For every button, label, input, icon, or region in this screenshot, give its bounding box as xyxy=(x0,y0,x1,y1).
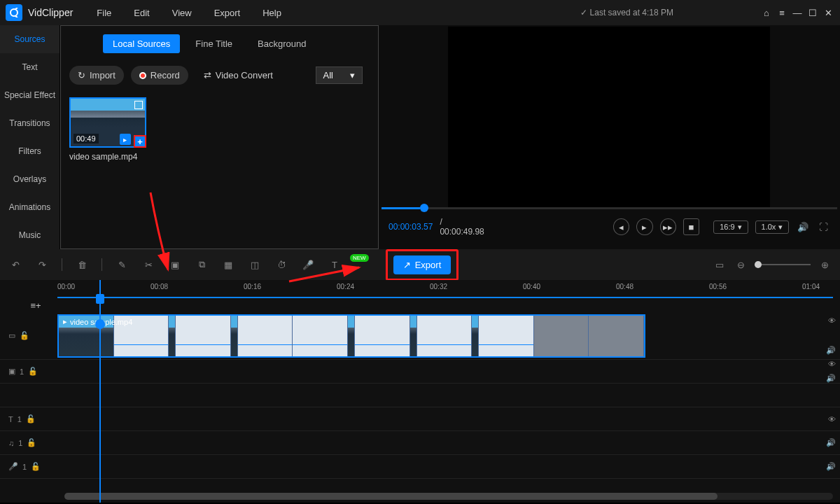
eye-icon[interactable]: 👁 xyxy=(828,415,836,424)
sidebar-item-transitions[interactable]: Transitions xyxy=(0,109,59,137)
playhead[interactable] xyxy=(99,280,101,503)
media-panel: Local Sources Fine Title Background ↻Imp… xyxy=(60,25,379,249)
lock-icon[interactable]: 🔓 xyxy=(31,462,41,471)
time-current: 00:00:03.57 xyxy=(388,222,433,232)
sidebar-item-music[interactable]: Music xyxy=(0,221,59,249)
mosaic-icon[interactable]: ▦ xyxy=(221,258,235,272)
fullscreen-icon[interactable] xyxy=(134,101,143,109)
speed-icon[interactable]: ⏱ xyxy=(274,258,288,272)
ruler-tick: 00:56 xyxy=(709,283,727,290)
lock-icon[interactable]: 🔓 xyxy=(28,367,38,376)
play-button[interactable]: ▸ xyxy=(636,218,652,235)
zoom-out-icon[interactable]: ⊖ xyxy=(734,258,748,272)
add-to-timeline-button[interactable]: + xyxy=(134,135,146,148)
eye-icon[interactable]: 👁 xyxy=(828,316,836,325)
pip-icon: ▣ xyxy=(8,367,15,376)
menu-help[interactable]: Help xyxy=(253,5,291,21)
filter-value: All xyxy=(323,70,333,80)
menu-view[interactable]: View xyxy=(162,5,202,21)
lock-icon[interactable]: 🔓 xyxy=(27,438,36,447)
speaker-icon[interactable]: 🔊 xyxy=(826,462,836,471)
save-status: ✓ Last saved at 4:18 PM xyxy=(580,8,673,18)
record-button[interactable]: Record xyxy=(131,66,188,85)
export-highlight: ↗ Export xyxy=(386,249,459,281)
prev-frame-button[interactable]: ◂ xyxy=(613,218,629,235)
media-thumbnails: 00:49 ▸ + video sample.mp4 xyxy=(61,92,378,167)
tab-background[interactable]: Background xyxy=(248,34,316,53)
filter-dropdown[interactable]: All▾ xyxy=(316,66,363,84)
maximize-icon[interactable]: ☐ xyxy=(806,6,819,19)
convert-label: Video Convert xyxy=(216,70,273,80)
clip-filename: video sample.mp4 xyxy=(69,152,370,162)
close-icon[interactable]: ✕ xyxy=(822,6,834,19)
timeline-ruler[interactable]: 00:00 00:08 00:16 00:24 00:32 00:40 00:4… xyxy=(57,280,840,297)
music-icon: ♫ xyxy=(8,439,14,447)
text-icon[interactable]: T xyxy=(328,258,342,272)
voice-track-header: 🎤1 🔓🔊 xyxy=(0,455,57,478)
sidebar-item-overlays[interactable]: Overlays xyxy=(0,165,59,193)
tab-local-sources[interactable]: Local Sources xyxy=(103,34,180,53)
delete-icon[interactable]: 🗑 xyxy=(75,258,89,272)
speaker-icon[interactable]: 🔊 xyxy=(826,438,836,447)
preview-controls: 00:00:03.57 / 00:00:49.98 ◂ ▸ ▸▸ ■ 16:9▾… xyxy=(379,211,840,242)
import-button[interactable]: ↻Import xyxy=(69,66,124,85)
chevron-down-icon: ▾ xyxy=(350,70,355,80)
aspect-ratio-button[interactable]: 16:9▾ xyxy=(713,220,748,234)
pip-track[interactable]: ▣1 🔓👁🔊 xyxy=(0,360,840,384)
lock-icon[interactable]: 🔓 xyxy=(20,331,29,340)
mic-icon[interactable]: 🎤 xyxy=(301,258,315,272)
eye-icon[interactable]: 👁 xyxy=(828,360,836,368)
add-track-icon[interactable]: ≡+ xyxy=(24,300,48,311)
audio-track[interactable]: ♫1 🔓🔊 xyxy=(0,431,840,455)
preview-canvas xyxy=(448,27,770,209)
minimize-icon[interactable]: — xyxy=(791,6,804,19)
app-logo xyxy=(6,4,22,21)
stop-button[interactable]: ■ xyxy=(683,218,699,235)
svg-point-0 xyxy=(10,9,18,16)
speed-button[interactable]: 1.0x▾ xyxy=(755,220,790,234)
menu-edit[interactable]: Edit xyxy=(124,5,159,21)
sidebar-item-specialeffect[interactable]: Special Effect xyxy=(0,81,59,109)
media-clip-thumbnail[interactable]: 00:49 ▸ + xyxy=(69,97,146,148)
pip-track-2[interactable] xyxy=(0,384,840,407)
sidebar-item-animations[interactable]: Animations xyxy=(0,193,59,221)
marker-icon[interactable]: ▭ xyxy=(713,258,727,272)
preview-progress[interactable] xyxy=(382,204,837,211)
undo-icon[interactable]: ↶ xyxy=(8,258,22,272)
text-track[interactable]: T1 🔓👁 xyxy=(0,407,840,431)
media-toolbar: ↻Import Record ⇄Video Convert All▾ xyxy=(61,59,378,92)
clip-info-icon[interactable]: ▸ xyxy=(120,134,131,145)
redo-icon[interactable]: ↷ xyxy=(35,258,49,272)
sidebar-item-filters[interactable]: Filters xyxy=(0,137,59,165)
fullscreen-icon[interactable]: ⛶ xyxy=(817,220,830,234)
cut-icon[interactable]: ✂ xyxy=(141,258,155,272)
crop-icon[interactable]: ▣ xyxy=(168,258,182,272)
sidebar-item-text[interactable]: Text xyxy=(0,53,59,81)
speaker-icon[interactable]: 🔊 xyxy=(826,346,836,355)
voice-track[interactable]: 🎤1 🔓🔊 xyxy=(0,455,840,479)
lock-icon[interactable]: 🔓 xyxy=(26,414,36,424)
timeline-scrollbar[interactable] xyxy=(64,493,833,500)
tab-fine-title[interactable]: Fine Title xyxy=(186,34,242,53)
video-track-header: ▭ 🔓 👁 🔊 xyxy=(0,312,57,359)
zoom-slider[interactable] xyxy=(755,264,811,265)
hamburger-icon[interactable]: ≡ xyxy=(776,6,788,19)
export-button[interactable]: ↗ Export xyxy=(393,255,451,274)
adjust-icon[interactable]: ◫ xyxy=(248,258,262,272)
edit-icon[interactable]: ✎ xyxy=(115,258,129,272)
next-frame-button[interactable]: ▸▸ xyxy=(660,218,676,235)
menu-export[interactable]: Export xyxy=(204,5,251,21)
top-area: Sources Text Special Effect Transitions … xyxy=(0,25,840,249)
video-convert-button[interactable]: ⇄Video Convert xyxy=(195,66,281,85)
zoom-in-icon[interactable]: ⊕ xyxy=(818,258,832,272)
save-status-text: Last saved at 4:18 PM xyxy=(590,8,673,18)
sidebar-item-sources[interactable]: Sources xyxy=(0,25,59,53)
speaker-icon[interactable]: 🔊 xyxy=(826,374,836,383)
video-track[interactable]: ▭ 🔓 👁 🔊 ▸ video sample.mp4 xyxy=(0,312,840,360)
volume-icon[interactable]: 🔊 xyxy=(796,220,809,234)
menu-file[interactable]: File xyxy=(87,5,121,21)
copy-icon[interactable]: ⧉ xyxy=(195,258,209,272)
timeline-clip[interactable]: ▸ video sample.mp4 xyxy=(57,314,645,358)
refresh-icon: ↻ xyxy=(78,70,85,80)
home-icon[interactable]: ⌂ xyxy=(760,6,773,19)
